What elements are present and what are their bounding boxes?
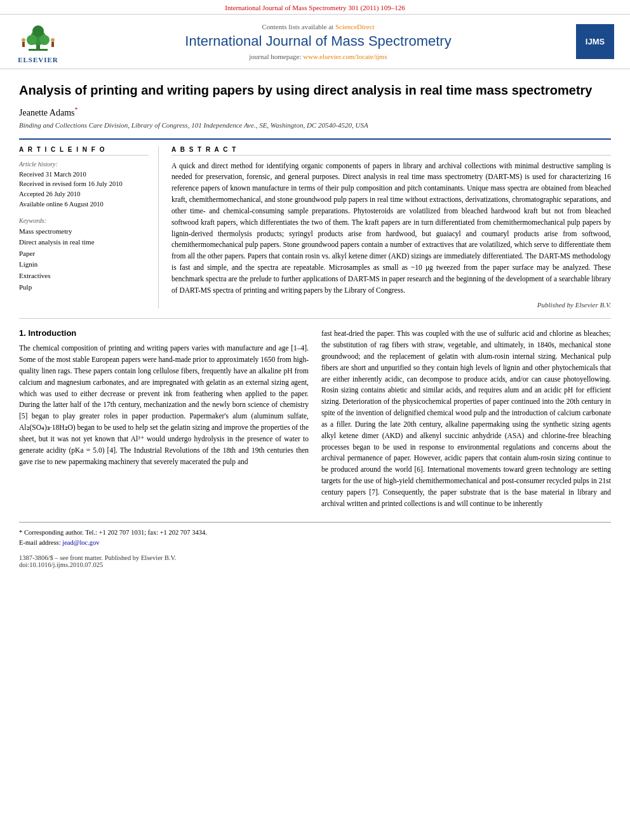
svg-point-6 xyxy=(22,38,25,42)
journal-header: ELSEVIER Contents lists available at Sci… xyxy=(0,15,630,69)
svg-point-4 xyxy=(39,35,50,45)
body-content: 1. Introduction The chemical composition… xyxy=(19,328,611,509)
keyword-item: Lignin xyxy=(19,259,149,270)
body-right-column: fast heat-dried the paper. This was coup… xyxy=(321,328,611,509)
elsevier-logo: ELSEVIER xyxy=(13,20,64,63)
footnote-section: * Corresponding author. Tel.: +1 202 707… xyxy=(19,522,611,568)
keywords-label: Keywords: xyxy=(19,217,149,224)
contents-available-line: Contents lists available at ScienceDirec… xyxy=(70,23,566,30)
accepted-date: Accepted 26 July 2010 xyxy=(19,189,149,199)
section-divider xyxy=(19,318,611,319)
svg-point-8 xyxy=(51,38,55,42)
author-name: Jeanette Adams* xyxy=(19,106,611,118)
available-online-date: Available online 6 August 2010 xyxy=(19,199,149,210)
published-by: Published by Elsevier B.V. xyxy=(171,301,611,309)
keywords-list: Mass spectrometryDirect analysis in real… xyxy=(19,226,149,293)
main-content: Analysis of printing and writing papers … xyxy=(0,69,630,581)
abstract-text: A quick and direct method for identifyin… xyxy=(171,161,611,297)
svg-rect-7 xyxy=(22,42,25,47)
homepage-url[interactable]: www.elsevier.com/locate/ijms xyxy=(303,53,387,60)
svg-point-5 xyxy=(32,25,44,37)
keyword-item: Paper xyxy=(19,248,149,260)
intro-title: Introduction xyxy=(28,328,76,338)
elsevier-tree-icon xyxy=(16,20,60,55)
article-info-column: A R T I C L E I N F O Article history: R… xyxy=(19,146,159,309)
issn-info: 1387-3806/$ – see front matter. Publishe… xyxy=(19,554,611,568)
elsevier-brand-text: ELSEVIER xyxy=(18,56,58,63)
journal-logo: IJMS xyxy=(573,24,617,59)
keyword-item: Pulp xyxy=(19,282,149,293)
introduction-heading: 1. Introduction xyxy=(19,328,309,338)
corresponding-author: * Corresponding author. Tel.: +1 202 707… xyxy=(19,528,611,538)
abstract-label: A B S T R A C T xyxy=(171,146,611,156)
svg-rect-9 xyxy=(51,42,54,47)
article-title: Analysis of printing and writing papers … xyxy=(19,82,611,98)
journal-header-center: Contents lists available at ScienceDirec… xyxy=(70,23,566,60)
keyword-item: Direct analysis in real time xyxy=(19,237,149,248)
intro-number: 1. xyxy=(19,328,28,338)
article-info-abstract-section: A R T I C L E I N F O Article history: R… xyxy=(19,138,611,309)
received-date: Received 31 March 2010 xyxy=(19,170,149,180)
keyword-item: Mass spectrometry xyxy=(19,226,149,237)
journal-logo-box: IJMS xyxy=(576,24,614,59)
svg-point-3 xyxy=(27,35,37,45)
email-link[interactable]: jead@loc.gov xyxy=(62,539,99,546)
author-affiliation: Binding and Collections Care Division, L… xyxy=(19,121,611,129)
history-label: Article history: xyxy=(19,161,149,168)
email-line: E-mail address: jead@loc.gov xyxy=(19,538,611,548)
keyword-item: Extractives xyxy=(19,270,149,282)
journal-reference-bar: International Journal of Mass Spectromet… xyxy=(0,0,630,15)
article-info-label: A R T I C L E I N F O xyxy=(19,146,149,156)
received-revised-date: Received in revised form 16 July 2010 xyxy=(19,179,149,189)
introduction-paragraph2: fast heat-dried the paper. This was coup… xyxy=(321,328,611,509)
svg-rect-1 xyxy=(29,49,48,51)
introduction-paragraph1: The chemical composition of printing and… xyxy=(19,343,309,467)
doi-text: doi:10.1016/j.ijms.2010.07.025 xyxy=(19,561,611,568)
body-left-column: 1. Introduction The chemical composition… xyxy=(19,328,309,509)
abstract-column: A B S T R A C T A quick and direct metho… xyxy=(171,146,611,309)
issn-text: 1387-3806/$ – see front matter. Publishe… xyxy=(19,554,611,561)
journal-title: International Journal of Mass Spectromet… xyxy=(70,33,566,50)
journal-homepage-line: journal homepage: www.elsevier.com/locat… xyxy=(70,53,566,60)
journal-reference-text: International Journal of Mass Spectromet… xyxy=(225,4,405,11)
science-direct-link[interactable]: ScienceDirect xyxy=(335,23,375,30)
author-asterisk: * xyxy=(74,106,77,113)
